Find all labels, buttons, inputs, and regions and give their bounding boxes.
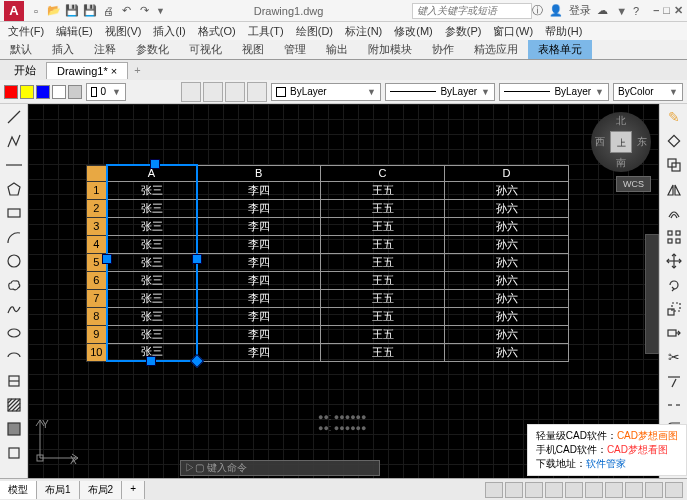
- cell[interactable]: 王五: [321, 181, 445, 199]
- new-tab-button[interactable]: +: [128, 64, 146, 76]
- start-tab[interactable]: 开始: [4, 61, 46, 80]
- col-header[interactable]: [87, 165, 107, 181]
- cell[interactable]: 张三: [107, 325, 197, 343]
- login-link[interactable]: 登录: [569, 3, 591, 18]
- undo-icon[interactable]: ↶: [118, 3, 134, 19]
- polyline-tool[interactable]: [3, 130, 25, 152]
- cell[interactable]: 王五: [321, 307, 445, 325]
- revcloud-tool[interactable]: [3, 274, 25, 296]
- extend-tool[interactable]: [663, 370, 685, 392]
- cell[interactable]: 王五: [321, 343, 445, 361]
- cell[interactable]: 张三: [107, 199, 197, 217]
- cell[interactable]: 李四: [197, 343, 321, 361]
- viewcube-top[interactable]: 上: [610, 131, 632, 153]
- status-toggle[interactable]: [485, 482, 503, 498]
- menu-tools[interactable]: 工具(T): [248, 24, 284, 39]
- tab-close-icon[interactable]: ×: [111, 65, 117, 77]
- color-gray[interactable]: [68, 85, 82, 99]
- command-line[interactable]: ▷▢ 键入命令: [180, 460, 380, 476]
- arc-tool[interactable]: [3, 226, 25, 248]
- cell[interactable]: 张三: [107, 217, 197, 235]
- status-toggle[interactable]: [625, 482, 643, 498]
- row-number[interactable]: 9: [87, 325, 107, 343]
- close-button[interactable]: ✕: [674, 4, 683, 17]
- cell[interactable]: 孙六: [445, 199, 569, 217]
- rtab-featured[interactable]: 精选应用: [464, 40, 528, 59]
- rtab-output[interactable]: 输出: [316, 40, 358, 59]
- layer-icon[interactable]: [225, 82, 245, 102]
- color-blue[interactable]: [36, 85, 50, 99]
- rtab-visualize[interactable]: 可视化: [179, 40, 232, 59]
- info-icon[interactable]: ⓘ: [532, 3, 543, 18]
- rtab-view[interactable]: 视图: [232, 40, 274, 59]
- erase-tool[interactable]: [663, 130, 685, 152]
- nav-bar[interactable]: [645, 234, 659, 354]
- table-row[interactable]: 5张三李四王五孙六: [87, 253, 569, 271]
- cell[interactable]: 王五: [321, 199, 445, 217]
- model-tab[interactable]: 模型: [0, 481, 37, 499]
- cell[interactable]: 孙六: [445, 343, 569, 361]
- cell[interactable]: 李四: [197, 271, 321, 289]
- new-icon[interactable]: ▫: [28, 3, 44, 19]
- mirror-tool[interactable]: [663, 178, 685, 200]
- status-toggle[interactable]: [605, 482, 623, 498]
- cell[interactable]: 孙六: [445, 325, 569, 343]
- line-tool[interactable]: [3, 106, 25, 128]
- rtab-manage[interactable]: 管理: [274, 40, 316, 59]
- saveas-icon[interactable]: 💾: [82, 3, 98, 19]
- lineweight-combo[interactable]: ByLayer▼: [499, 83, 609, 101]
- cell[interactable]: 李四: [197, 181, 321, 199]
- search-input[interactable]: [412, 3, 532, 19]
- cell[interactable]: 王五: [321, 217, 445, 235]
- row-number[interactable]: 2: [87, 199, 107, 217]
- layer-icon[interactable]: [181, 82, 201, 102]
- color-red[interactable]: [4, 85, 18, 99]
- add-layout-button[interactable]: +: [122, 481, 145, 499]
- rtab-default[interactable]: 默认: [0, 40, 42, 59]
- cell[interactable]: 李四: [197, 253, 321, 271]
- drawing-canvas[interactable]: 北 南 东 西 上 WCS ABCD1张三李四王五孙六2张三李四王五孙六3张三李…: [28, 104, 659, 478]
- cell[interactable]: 李四: [197, 325, 321, 343]
- status-toggle[interactable]: [645, 482, 663, 498]
- maximize-button[interactable]: □: [663, 4, 670, 17]
- rtab-tablecell[interactable]: 表格单元: [528, 40, 592, 59]
- col-header[interactable]: D: [445, 165, 569, 181]
- cell[interactable]: 孙六: [445, 271, 569, 289]
- col-header[interactable]: C: [321, 165, 445, 181]
- row-number[interactable]: 8: [87, 307, 107, 325]
- wcs-label[interactable]: WCS: [616, 176, 651, 192]
- cell[interactable]: 孙六: [445, 253, 569, 271]
- cad-table[interactable]: ABCD1张三李四王五孙六2张三李四王五孙六3张三李四王五孙六4张三李四王五孙六…: [86, 164, 569, 362]
- grip-left[interactable]: [102, 254, 112, 264]
- minimize-button[interactable]: –: [653, 4, 659, 17]
- col-header[interactable]: B: [197, 165, 321, 181]
- spline-tool[interactable]: [3, 298, 25, 320]
- rtab-insert[interactable]: 插入: [42, 40, 84, 59]
- cell[interactable]: 张三: [107, 235, 197, 253]
- table-row[interactable]: 7张三李四王五孙六: [87, 289, 569, 307]
- linetype-combo[interactable]: ByLayer▼: [385, 83, 495, 101]
- open-icon[interactable]: 📂: [46, 3, 62, 19]
- color-index-combo[interactable]: 0▼: [86, 83, 126, 101]
- cell[interactable]: 李四: [197, 289, 321, 307]
- status-toggle[interactable]: [545, 482, 563, 498]
- cell[interactable]: 李四: [197, 307, 321, 325]
- row-number[interactable]: 10: [87, 343, 107, 361]
- menu-dim[interactable]: 标注(N): [345, 24, 382, 39]
- menu-param[interactable]: 参数(P): [445, 24, 482, 39]
- color-yellow[interactable]: [20, 85, 34, 99]
- menu-window[interactable]: 窗口(W): [493, 24, 533, 39]
- break-tool[interactable]: [663, 394, 685, 416]
- cell[interactable]: 孙六: [445, 181, 569, 199]
- share-icon[interactable]: ☁: [597, 4, 608, 17]
- stretch-tool[interactable]: [663, 322, 685, 344]
- cell[interactable]: 张三: [107, 307, 197, 325]
- cell[interactable]: 张三: [107, 181, 197, 199]
- status-toggle[interactable]: [525, 482, 543, 498]
- row-number[interactable]: 1: [87, 181, 107, 199]
- ellipse-tool[interactable]: [3, 322, 25, 344]
- cell[interactable]: 李四: [197, 199, 321, 217]
- row-number[interactable]: 4: [87, 235, 107, 253]
- table-row[interactable]: 4张三李四王五孙六: [87, 235, 569, 253]
- cell[interactable]: 王五: [321, 325, 445, 343]
